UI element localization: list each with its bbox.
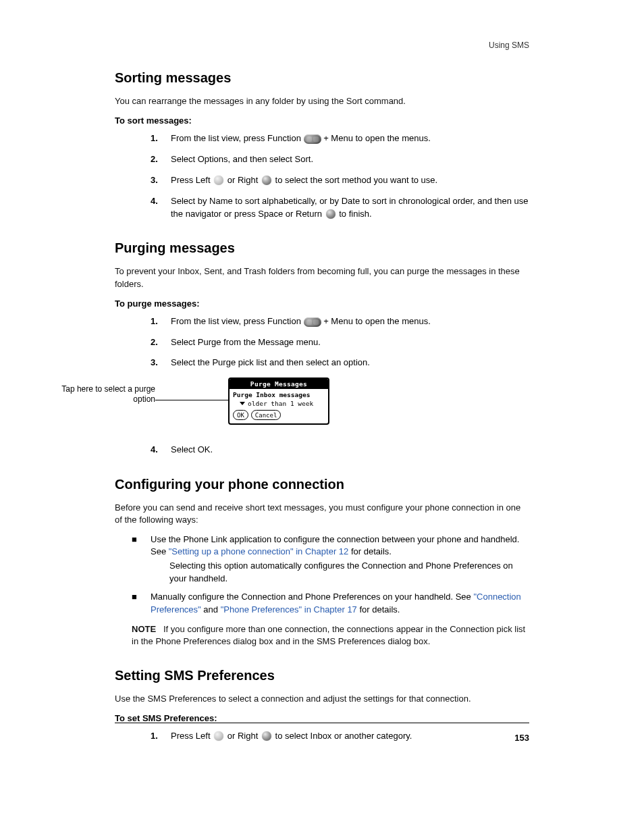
text: and xyxy=(203,604,220,615)
page-number: 153 xyxy=(115,733,529,743)
callout-text: Tap here to select a purge option xyxy=(61,384,155,404)
setprefs-intro: Use the SMS Preferences to select a conn… xyxy=(115,693,529,705)
picklist-value: older than 1 week xyxy=(248,400,313,407)
return-icon xyxy=(326,209,336,219)
purge-steps: To purge messages: From the list view, p… xyxy=(115,298,529,370)
sort-steps: To sort messages: From the list view, pr… xyxy=(115,115,529,220)
text: Manually configure the Connection and Ph… xyxy=(151,592,473,602)
text: for details. xyxy=(351,546,392,556)
sort-step-3: Press Left or Right to select the sort m… xyxy=(132,174,529,187)
config-bullet-1-sub: Selecting this option automatically conf… xyxy=(169,560,529,585)
dialog-title: Purge Messages xyxy=(230,379,328,389)
purge-dialog: Purge Messages Purge Inbox messages olde… xyxy=(228,377,329,425)
nav-left-icon xyxy=(214,176,223,185)
sort-intro: You can rearrange the messages in any fo… xyxy=(115,95,529,107)
text: Press Left xyxy=(171,175,213,185)
heading-purging: Purging messages xyxy=(115,240,529,256)
function-menu-pill-icon xyxy=(304,317,321,327)
note-label: NOTE xyxy=(132,624,156,634)
function-menu-pill-icon xyxy=(304,134,321,144)
nav-right-icon xyxy=(262,176,271,185)
sort-step-4: Select by Name to sort alphabetically, o… xyxy=(132,195,529,221)
link-phone-link-chapter12[interactable]: "Setting up a phone connection" in Chapt… xyxy=(169,546,349,556)
purge-step-3: Select the Purge pick list and then sele… xyxy=(132,357,529,369)
text: From the list view, press Function xyxy=(171,316,304,326)
text: to open the menus. xyxy=(355,133,430,143)
text: or Right xyxy=(227,175,261,185)
running-header: Using SMS xyxy=(115,41,529,50)
text: to finish. xyxy=(339,209,371,219)
sort-step-2: Select Options, and then select Sort. xyxy=(132,153,529,166)
setprefs-steps-title: To set SMS Preferences: xyxy=(115,713,529,723)
purge-picklist[interactable]: older than 1 week xyxy=(240,400,325,407)
dropdown-icon xyxy=(240,402,245,405)
purge-step-4: Select OK. xyxy=(132,444,529,457)
text: + Menu xyxy=(323,133,355,143)
text: From the list view, press Function xyxy=(171,133,304,143)
link-phone-prefs-ch17[interactable]: "Phone Preferences" in Chapter 17 xyxy=(221,604,357,615)
sort-steps-title: To sort messages: xyxy=(115,115,529,126)
dialog-line1: Purge Inbox messages xyxy=(233,391,325,398)
config-bullet-1: Use the Phone Link application to config… xyxy=(151,533,529,585)
note-body: If you configure more than one connectio… xyxy=(132,624,525,646)
text: to open the menus. xyxy=(355,316,430,326)
heading-sorting: Sorting messages xyxy=(115,70,529,86)
text: to select the sort method you want to us… xyxy=(275,175,438,185)
callout-line xyxy=(155,400,228,400)
purge-dialog-figure: Tap here to select a purge option Purge … xyxy=(115,377,529,432)
config-note: NOTE If you configure more than one conn… xyxy=(132,623,529,648)
ok-button[interactable]: OK xyxy=(233,410,248,420)
footer-rule xyxy=(115,723,529,723)
config-intro: Before you can send and receive short te… xyxy=(115,502,529,526)
purge-step-2: Select Purge from the Message menu. xyxy=(132,336,529,349)
heading-config: Configuring your phone connection xyxy=(115,477,529,492)
heading-setprefs: Setting SMS Preferences xyxy=(115,668,529,683)
cancel-button[interactable]: Cancel xyxy=(251,410,281,420)
content-column: Using SMS Sorting messages You can rearr… xyxy=(115,41,529,751)
dialog-body: Purge Inbox messages older than 1 week O… xyxy=(230,389,328,423)
purge-intro: To prevent your Inbox, Sent, and Trash f… xyxy=(115,265,529,290)
config-bullet-2: Manually configure the Connection and Ph… xyxy=(151,591,529,617)
sort-step-1: From the list view, press Function + Men… xyxy=(132,132,529,145)
page: Using SMS Sorting messages You can rearr… xyxy=(0,0,644,834)
purge-step-1: From the list view, press Function + Men… xyxy=(132,315,529,328)
text: + Menu xyxy=(323,316,355,326)
text: for details. xyxy=(359,604,400,615)
purge-steps-title: To purge messages: xyxy=(115,298,529,309)
